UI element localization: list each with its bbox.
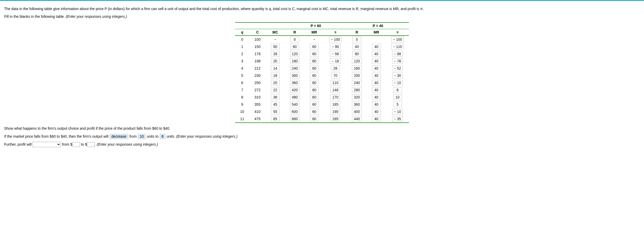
- value-box: 120: [290, 51, 300, 57]
- answer-to-units: 8: [159, 134, 166, 139]
- value-box: − 90: [330, 44, 341, 49]
- value-box: 28: [331, 65, 340, 71]
- question-2: If the market price falls from $60 to $4…: [4, 134, 640, 139]
- value-box: 240: [352, 80, 361, 86]
- col-pi60: π: [324, 29, 347, 36]
- value-box: − 110: [391, 44, 404, 49]
- value-box: 10: [393, 94, 402, 100]
- value-box: 40: [372, 65, 381, 71]
- value-box: 40: [372, 44, 381, 49]
- value-box: − 100: [391, 37, 404, 42]
- value-box: 8: [393, 87, 402, 93]
- table-row: 72722242060148280408: [235, 86, 409, 94]
- table-row: 6250203606011024040− 10: [235, 79, 409, 86]
- value-box: − 30: [392, 73, 403, 78]
- value-box: 60: [310, 65, 319, 71]
- value-box: 20: [271, 80, 280, 86]
- table-row: 93554554060185360405: [235, 101, 409, 108]
- table-row: 10410556006019040040− 10: [235, 108, 409, 115]
- value-box: 40: [372, 58, 381, 64]
- value-box: − 18: [330, 58, 341, 64]
- value-box: 170: [331, 94, 340, 100]
- value-box: 60: [310, 44, 319, 49]
- col-mr60: MR: [305, 29, 324, 36]
- answer-decrease: decrease: [109, 134, 128, 139]
- value-box: 110: [331, 80, 340, 86]
- fill-line: Fill in the blanks in the following tabl…: [4, 14, 640, 19]
- value-box: 40: [372, 102, 381, 107]
- value-box: 660: [290, 116, 300, 122]
- hdr-p40: P = 40: [347, 22, 409, 29]
- table-row: 11475656606018544040− 35: [235, 115, 409, 123]
- value-box: 60: [310, 73, 319, 78]
- value-box: 45: [271, 102, 280, 107]
- table-row: 0100−0−− 1000− 100: [235, 36, 409, 43]
- value-box: 280: [352, 87, 361, 93]
- value-box: 540: [290, 102, 300, 107]
- intro-text: The data in the following table give inf…: [4, 6, 640, 12]
- value-box: 5: [393, 102, 402, 107]
- value-box: − 52: [392, 65, 403, 71]
- value-box: 40: [372, 87, 381, 93]
- value-box: 180: [290, 58, 300, 64]
- value-box: 60: [310, 94, 319, 100]
- col-c: C: [249, 29, 265, 36]
- profit-from-input[interactable]: [72, 142, 80, 147]
- col-r40: R: [347, 29, 367, 36]
- value-box: 60: [310, 80, 319, 86]
- value-box: 65: [271, 116, 280, 122]
- value-box: 420: [290, 87, 300, 93]
- value-box: 148: [331, 87, 340, 93]
- profit-direction-select[interactable]: [33, 142, 61, 147]
- answer-from-units: 10: [138, 134, 146, 139]
- value-box: − 100: [329, 37, 342, 42]
- value-box: − 10: [392, 109, 403, 114]
- question-1: Show what happens to the firm's output c…: [4, 126, 640, 131]
- table-row: 21782812060− 588040− 98: [235, 50, 409, 57]
- value-box: 60: [310, 87, 319, 93]
- value-box: 360: [290, 80, 300, 86]
- value-box: 22: [271, 87, 280, 93]
- value-box: 240: [290, 65, 300, 71]
- value-box: − 35: [392, 116, 403, 122]
- table-row: 523018300607020040− 30: [235, 72, 409, 79]
- table-row: 421214240602816040− 52: [235, 65, 409, 72]
- value-box: 60: [310, 102, 319, 107]
- value-box: 60: [310, 51, 319, 57]
- value-box: 40: [352, 44, 361, 49]
- value-box: 28: [271, 51, 280, 57]
- value-box: 40: [372, 51, 381, 57]
- value-box: 70: [331, 73, 340, 78]
- value-box: 40: [372, 94, 381, 100]
- value-box: 60: [310, 109, 319, 114]
- value-box: 14: [271, 65, 280, 71]
- value-box: 0: [352, 37, 361, 42]
- table-row: 831038480601703204010: [235, 94, 409, 101]
- hdr-p60: P = 60: [285, 22, 347, 29]
- value-box: 0: [290, 37, 299, 42]
- value-box: − 78: [392, 58, 403, 64]
- value-box: 40: [372, 116, 381, 122]
- col-r60: R: [285, 29, 305, 36]
- value-box: 60: [310, 116, 319, 122]
- profit-to-input[interactable]: [87, 142, 95, 147]
- value-box: 20: [271, 58, 280, 64]
- value-box: 38: [271, 94, 280, 100]
- value-box: 300: [290, 73, 300, 78]
- value-box: 50: [271, 44, 280, 49]
- table-row: 31982018060− 1812040− 78: [235, 57, 409, 65]
- value-box: − 98: [392, 51, 403, 57]
- value-box: 55: [271, 109, 280, 114]
- value-box: 40: [372, 73, 381, 78]
- col-mr40: MR: [367, 29, 386, 36]
- data-table: P = 60 P = 40 q C MC R MR π R MR π 0100−…: [235, 22, 409, 123]
- value-box: 480: [290, 94, 300, 100]
- value-box: 200: [352, 73, 361, 78]
- question-3: Further, profit will from $ to $. (Enter…: [4, 142, 640, 147]
- col-pi40: π: [386, 29, 409, 36]
- value-box: − 10: [392, 80, 403, 86]
- col-mc: MC: [266, 29, 285, 36]
- value-box: 190: [331, 109, 340, 114]
- value-box: 40: [372, 109, 381, 114]
- value-box: 40: [372, 80, 381, 86]
